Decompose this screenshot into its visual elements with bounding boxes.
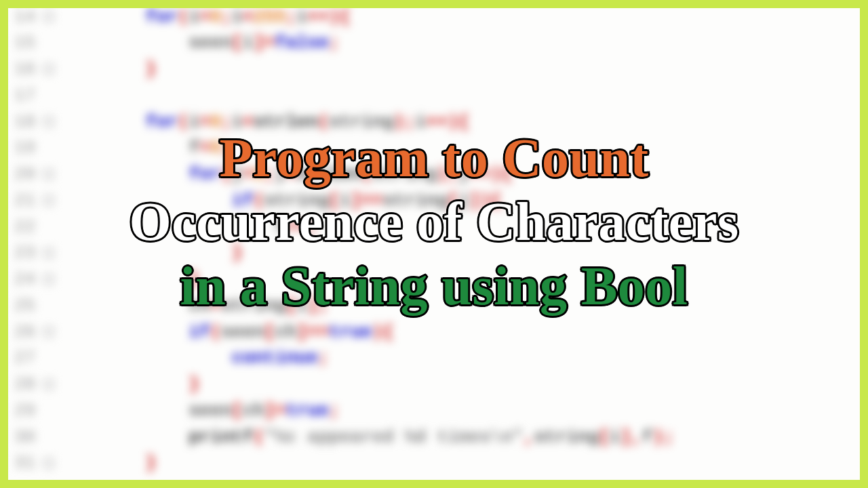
- fold-gutter: [41, 8, 60, 30]
- code-line: 14 for(i=0;i<255;i++){: [8, 8, 860, 30]
- code-line: 25 ch=string[i];: [8, 292, 860, 319]
- code-line: 28 }: [8, 371, 860, 398]
- line-number: 20: [8, 164, 41, 185]
- fold-marker-icon: [44, 117, 54, 126]
- fold-gutter: [41, 108, 60, 135]
- code-line: 21 if(string[i]==string[j]){: [8, 187, 860, 214]
- code-text: f=0;: [59, 138, 232, 159]
- code-text: printf("%c appeared %d times\n",string[i…: [59, 426, 674, 447]
- line-number: 19: [8, 138, 41, 159]
- code-text: }: [59, 59, 156, 80]
- code-line: 27 continue;: [8, 345, 860, 371]
- code-line: 20 for(j=0;j<strlen(string);j++){: [8, 161, 860, 188]
- code-line: 15 seen[i]=false;: [8, 30, 860, 56]
- fold-gutter: [41, 266, 60, 293]
- blurred-code-background: 14 for(i=0;i<255;i++){15 seen[i]=false;1…: [8, 8, 860, 480]
- fold-gutter: [41, 135, 60, 161]
- fold-gutter: [41, 424, 60, 450]
- code-text: for(j=0;j<strlen(string);j++){: [59, 164, 513, 185]
- code-line: 26 if(seen[ch]==true){: [8, 319, 860, 345]
- fold-gutter: [41, 30, 60, 56]
- fold-marker-icon: [44, 327, 54, 336]
- fold-gutter: [41, 292, 60, 319]
- line-number: 28: [8, 374, 41, 395]
- fold-marker-icon: [44, 12, 54, 21]
- code-line: 19 f=0;: [8, 135, 860, 161]
- code-text: ch=string[i];: [59, 295, 329, 316]
- fold-gutter: [41, 240, 60, 266]
- code-text: }: [59, 453, 156, 474]
- code-text: if(seen[ch]==true){: [59, 321, 393, 342]
- fold-marker-icon: [44, 248, 54, 258]
- line-number: 16: [8, 59, 41, 80]
- code-text: }: [59, 243, 243, 264]
- line-number: 23: [8, 243, 41, 264]
- fold-gutter: [41, 371, 60, 398]
- fold-gutter: [41, 345, 60, 371]
- fold-gutter: [41, 397, 60, 424]
- fold-gutter: [41, 161, 60, 188]
- code-line: 31 }: [8, 450, 860, 476]
- line-number: 27: [8, 348, 41, 369]
- line-number: 22: [8, 216, 41, 237]
- line-number: 17: [8, 85, 41, 106]
- fold-marker-icon: [44, 169, 54, 179]
- code-line: 30 printf("%c appeared %d times\n",strin…: [8, 424, 860, 450]
- code-line: 29 seen[ch]=true;: [8, 397, 860, 424]
- code-text: }: [59, 269, 199, 290]
- fold-marker-icon: [44, 196, 54, 205]
- code-line: 16 }: [8, 56, 860, 83]
- code-line: 22 f++;: [8, 214, 860, 240]
- fold-gutter: [41, 56, 60, 83]
- fold-marker-icon: [44, 64, 54, 74]
- code-text: seen[i]=false;: [59, 33, 340, 54]
- code-text: for(i=0;i<strlen(string);i++){: [59, 111, 469, 132]
- fold-gutter: [41, 82, 60, 108]
- fold-gutter: [41, 187, 60, 214]
- line-number: 21: [8, 190, 41, 211]
- code-line: 24 }: [8, 266, 860, 293]
- line-number: 15: [8, 33, 41, 54]
- code-text: continue;: [59, 348, 329, 369]
- fold-gutter: [41, 319, 60, 345]
- line-number: 18: [8, 111, 41, 132]
- code-text: if(string[i]==string[j]){: [59, 190, 502, 211]
- thumbnail-canvas: 14 for(i=0;i<255;i++){15 seen[i]=false;1…: [8, 8, 860, 480]
- line-number: 25: [8, 295, 41, 316]
- line-number: 24: [8, 269, 41, 290]
- line-number: 29: [8, 401, 41, 422]
- fold-marker-icon: [44, 380, 54, 389]
- line-number: 30: [8, 426, 41, 447]
- line-number: 31: [8, 453, 41, 474]
- code-text: seen[ch]=true;: [59, 401, 340, 422]
- fold-gutter: [41, 214, 60, 240]
- fold-gutter: [41, 450, 60, 476]
- code-line: 18 for(i=0;i<strlen(string);i++){: [8, 108, 860, 135]
- code-text: f++;: [59, 216, 318, 237]
- code-text: for(i=0;i<255;i++){: [59, 8, 351, 27]
- fold-marker-icon: [44, 458, 54, 468]
- fold-marker-icon: [44, 274, 54, 284]
- code-text: }: [59, 374, 199, 395]
- code-line: 17: [8, 82, 860, 108]
- line-number: 14: [8, 8, 41, 27]
- line-number: 26: [8, 321, 41, 342]
- code-line: 23 }: [8, 240, 860, 266]
